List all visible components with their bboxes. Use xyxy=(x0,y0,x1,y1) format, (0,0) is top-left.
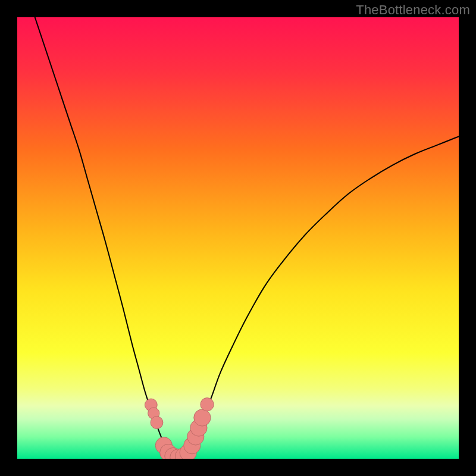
gradient-background xyxy=(17,17,459,459)
plot-svg xyxy=(17,17,459,459)
marker-dot xyxy=(194,409,211,426)
chart-frame: TheBottleneck.com xyxy=(0,0,476,476)
marker-dot xyxy=(151,416,163,429)
watermark-text: TheBottleneck.com xyxy=(356,2,470,18)
plot-area xyxy=(17,17,459,459)
marker-dot xyxy=(201,398,214,411)
